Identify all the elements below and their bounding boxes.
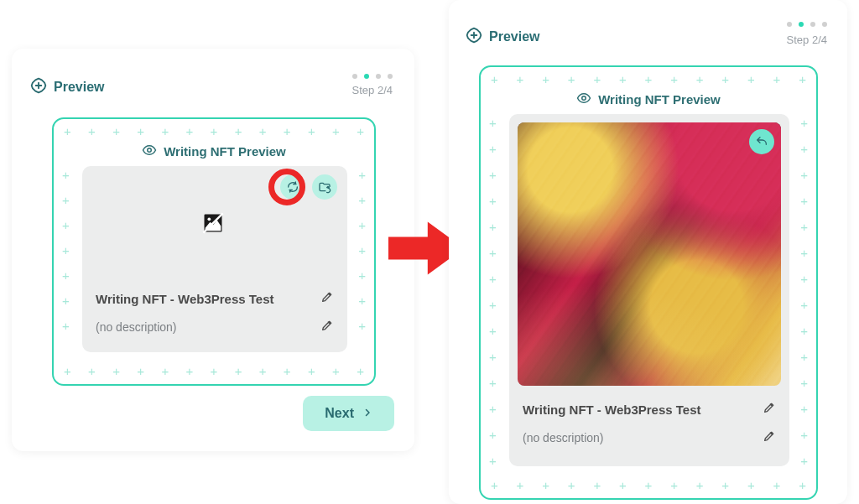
nft-description: (no description) xyxy=(523,431,604,444)
left-inner-title-row: Writing NFT Preview xyxy=(54,143,374,160)
edit-title-button[interactable] xyxy=(763,401,776,418)
left-inner-frame: +++++++++++++ Writing NFT Preview ++++++… xyxy=(52,117,376,386)
plus-row: +++++++++++++ xyxy=(481,72,816,87)
chevron-right-icon xyxy=(362,406,372,421)
plus-row-bottom: +++++++++++++ xyxy=(54,364,374,379)
left-plus-col: +++++++ xyxy=(62,168,70,334)
right-step-dots xyxy=(787,22,827,27)
generated-artwork xyxy=(518,122,781,386)
plus-row: +++++++++++++ xyxy=(54,124,374,139)
right-plus-col: ++++++++++++++ xyxy=(800,116,808,469)
left-plus-col: ++++++++++++++ xyxy=(489,116,497,469)
next-button[interactable]: Next xyxy=(303,396,394,431)
svg-point-1 xyxy=(148,148,152,153)
right-inner-title-row: Writing NFT Preview xyxy=(481,91,816,108)
plus-circle-icon xyxy=(466,27,482,47)
eye-icon xyxy=(576,91,591,108)
right-inner-title: Writing NFT Preview xyxy=(598,92,721,107)
regenerate-button[interactable] xyxy=(280,174,305,200)
plus-circle-icon xyxy=(30,77,47,97)
nft-description: (no description) xyxy=(96,320,177,334)
next-button-label: Next xyxy=(325,406,354,421)
right-desc-row: (no description) xyxy=(509,424,789,451)
right-plus-col: +++++++ xyxy=(358,168,366,334)
left-card: Preview Step 2/4 +++++++++++++ Writing N… xyxy=(12,49,414,451)
right-preview-box: Writing NFT - Web3Press Test (no descrip… xyxy=(509,114,789,466)
left-header: Preview xyxy=(30,77,104,97)
right-card: Preview Step 2/4 +++++++++++++ Writing N… xyxy=(449,0,847,504)
left-image-area xyxy=(82,166,347,283)
edit-title-button[interactable] xyxy=(320,290,334,307)
nft-title: Writing NFT - Web3Press Test xyxy=(523,403,701,417)
nft-title: Writing NFT - Web3Press Test xyxy=(96,292,274,306)
left-step-label: Step 2/4 xyxy=(352,84,393,96)
right-step-label: Step 2/4 xyxy=(787,34,827,46)
left-step-dots xyxy=(352,74,393,79)
left-desc-row: (no description) xyxy=(82,314,347,340)
right-header-title: Preview xyxy=(489,29,539,44)
broken-image-icon xyxy=(201,211,225,238)
left-title-row: Writing NFT - Web3Press Test xyxy=(82,283,347,314)
plus-row-bottom: +++++++++++++ xyxy=(481,478,816,493)
left-image-actions xyxy=(280,174,337,200)
right-header: Preview xyxy=(466,27,539,47)
edit-description-button[interactable] xyxy=(320,319,334,335)
left-inner-title: Writing NFT Preview xyxy=(164,144,286,158)
upload-folder-button[interactable] xyxy=(312,174,337,200)
eye-icon xyxy=(142,143,157,160)
left-header-title: Preview xyxy=(54,80,104,95)
stage: Preview Step 2/4 +++++++++++++ Writing N… xyxy=(0,0,859,504)
right-title-row: Writing NFT - Web3Press Test xyxy=(509,394,789,424)
edit-description-button[interactable] xyxy=(763,429,776,446)
undo-button[interactable] xyxy=(749,129,774,154)
right-inner-frame: +++++++++++++ Writing NFT Preview ++++++… xyxy=(479,65,818,500)
left-preview-box: Writing NFT - Web3Press Test (no descrip… xyxy=(82,166,347,352)
svg-point-4 xyxy=(207,217,211,221)
svg-point-8 xyxy=(582,96,586,101)
